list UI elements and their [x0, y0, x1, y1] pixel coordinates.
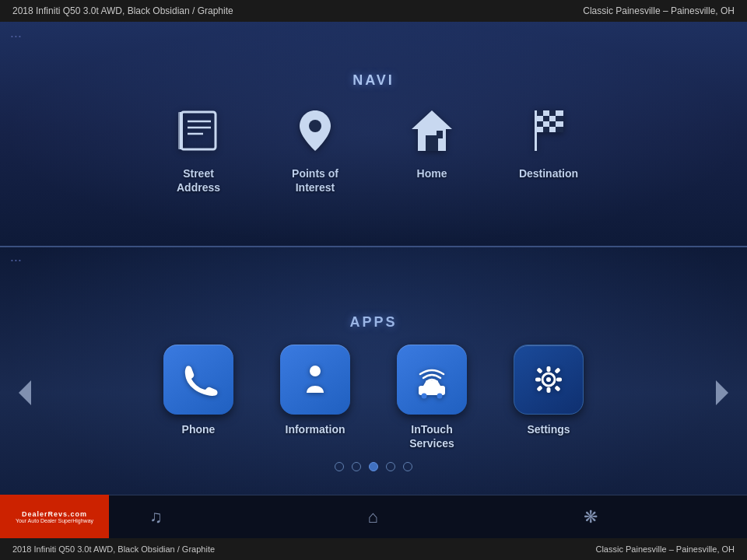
svg-point-34: [546, 377, 551, 382]
dealerrevs-watermark: DealerRevs.com Your Auto Dealer SuperHig…: [0, 495, 109, 538]
navi-icons-row: StreetAddress Points ofInterest: [156, 103, 591, 194]
phone-icon-box: [163, 345, 233, 415]
dot-5[interactable]: [403, 462, 412, 471]
information-icon: [296, 360, 335, 399]
intouch-services-icon: [412, 360, 451, 399]
home-label: Home: [417, 166, 447, 180]
navi-item-points-of-interest[interactable]: Points ofInterest: [272, 103, 358, 194]
svg-point-29: [310, 366, 321, 376]
svg-rect-35: [547, 366, 551, 372]
svg-rect-37: [535, 378, 541, 382]
points-of-interest-icon: [290, 106, 340, 156]
fan-icon[interactable]: ❋: [584, 507, 598, 527]
phone-icon: [179, 360, 218, 399]
app-item-intouch-services[interactable]: InTouchServices: [385, 345, 479, 450]
svg-rect-9: [437, 131, 443, 138]
svg-rect-13: [543, 110, 549, 116]
navi-side-dots-top: • • •: [11, 33, 21, 40]
intouch-services-icon-box: [397, 345, 467, 415]
bottom-bar-vehicle-info: 2018 Infiniti Q50 3.0t AWD, Black Obsidi…: [12, 544, 215, 554]
svg-point-32: [437, 394, 443, 399]
bottom-bar-dealer-info: Classic Painesville – Painesville, OH: [595, 544, 735, 554]
street-address-icon: [174, 106, 223, 156]
svg-rect-18: [549, 116, 556, 121]
svg-rect-2: [178, 112, 183, 149]
street-address-icon-box: [170, 103, 226, 159]
svg-marker-43: [716, 380, 728, 405]
information-label: Information: [286, 422, 345, 436]
svg-rect-12: [537, 110, 543, 116]
home-bottom-icon[interactable]: ⌂: [368, 507, 378, 527]
svg-rect-16: [537, 116, 543, 121]
svg-rect-42: [536, 367, 542, 373]
apps-side-dots: • • •: [11, 257, 21, 264]
settings-app-label: Settings: [527, 422, 570, 436]
svg-rect-21: [543, 121, 549, 127]
music-icon[interactable]: ♫: [149, 507, 163, 527]
app-item-information[interactable]: Information: [268, 345, 362, 436]
svg-rect-39: [554, 367, 560, 373]
svg-rect-24: [537, 127, 543, 132]
svg-rect-38: [556, 378, 562, 382]
svg-point-31: [422, 394, 427, 399]
app-item-settings[interactable]: Settings: [502, 345, 595, 436]
settings-icon-box: [514, 345, 584, 415]
information-icon-box: [280, 345, 350, 415]
svg-rect-23: [556, 121, 563, 127]
bottom-icons-bar: ♫ ⌂ ❋: [0, 495, 747, 538]
street-address-label: StreetAddress: [177, 166, 220, 194]
svg-rect-10: [535, 110, 537, 151]
svg-rect-19: [556, 116, 563, 121]
home-icon: [407, 106, 457, 156]
destination-icon: [524, 106, 573, 156]
settings-app-icon: [529, 360, 568, 399]
intouch-services-label: InTouchServices: [409, 422, 454, 450]
apps-icons-row: Phone Information: [152, 345, 595, 450]
top-bar-vehicle-info: 2018 Infiniti Q50 3.0t AWD, Black Obsidi…: [12, 5, 233, 16]
navi-item-home[interactable]: Home: [389, 103, 475, 180]
page-dots: [335, 462, 412, 471]
left-arrow-button[interactable]: [9, 373, 40, 412]
svg-rect-36: [547, 387, 551, 393]
svg-rect-20: [537, 121, 543, 127]
svg-rect-15: [556, 110, 563, 116]
dot-2[interactable]: [352, 462, 361, 471]
svg-rect-26: [549, 127, 556, 132]
svg-rect-8: [426, 135, 438, 151]
main-screen: • • • NAVI StreetAddress: [0, 22, 747, 538]
home-icon-box: [404, 103, 460, 159]
points-of-interest-label: Points ofInterest: [292, 166, 338, 194]
dot-3-active[interactable]: [369, 462, 378, 471]
svg-point-6: [309, 120, 321, 132]
svg-rect-14: [549, 110, 556, 116]
svg-rect-41: [554, 385, 560, 391]
right-arrow-button[interactable]: [707, 373, 738, 412]
top-bar: 2018 Infiniti Q50 3.0t AWD, Black Obsidi…: [0, 0, 747, 22]
phone-label: Phone: [182, 422, 216, 436]
destination-icon-box: [521, 103, 577, 159]
destination-label: Destination: [519, 166, 578, 180]
svg-rect-22: [549, 121, 556, 127]
svg-rect-25: [543, 127, 549, 132]
svg-rect-0: [181, 112, 216, 149]
svg-marker-28: [19, 380, 31, 405]
svg-rect-40: [536, 385, 542, 391]
navi-item-destination[interactable]: Destination: [506, 103, 591, 180]
points-of-interest-icon-box: [287, 103, 343, 159]
svg-rect-17: [543, 116, 549, 121]
navi-section: • • • NAVI StreetAddress: [0, 22, 747, 247]
top-bar-dealer-info: Classic Painesville – Painesville, OH: [583, 5, 735, 16]
bottom-bar: 2018 Infiniti Q50 3.0t AWD, Black Obsidi…: [0, 538, 747, 560]
apps-label: APPS: [349, 314, 397, 331]
navi-item-street-address[interactable]: StreetAddress: [156, 103, 241, 194]
app-item-phone[interactable]: Phone: [152, 345, 245, 436]
dot-1[interactable]: [335, 462, 344, 471]
dot-4[interactable]: [386, 462, 395, 471]
navi-label: NAVI: [352, 72, 395, 89]
svg-rect-27: [556, 127, 563, 132]
